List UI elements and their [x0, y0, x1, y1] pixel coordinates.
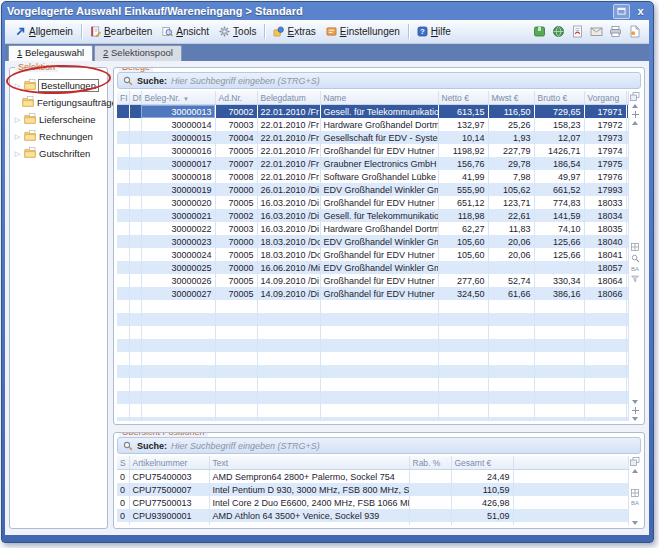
cell-fi[interactable] [117, 235, 129, 248]
cell-name[interactable] [320, 417, 438, 421]
cell-adnr[interactable] [215, 365, 257, 378]
col-header-name[interactable]: Name [320, 91, 438, 105]
cell-name[interactable] [320, 352, 438, 365]
cell-gesamt[interactable]: 426,98 [451, 496, 513, 509]
cell-belegnr[interactable]: 30000021 [141, 209, 215, 222]
cell-fi[interactable] [117, 222, 129, 235]
cell-adnr[interactable]: 70005 [215, 274, 257, 287]
table-row[interactable] [117, 352, 629, 365]
table-row[interactable]: 30000027 70005 14.09.2010 /Di Großhandel… [117, 287, 629, 300]
cell-belegdatum[interactable] [257, 404, 320, 417]
cell-belegnr[interactable]: 30000020 [141, 196, 215, 209]
cell-vorgang[interactable]: 18040 [584, 235, 626, 248]
cell-name[interactable] [320, 300, 438, 313]
cell-brutto[interactable]: 125,66 [534, 235, 584, 248]
table-row[interactable]: 30000021 70002 16.03.2010 /Di Gesell. fü… [117, 209, 629, 222]
tree-item-lieferscheine[interactable]: ▷ Lieferscheine [13, 111, 105, 128]
move-handle-icon[interactable] [632, 111, 639, 118]
cell-brutto[interactable]: 386,16 [534, 287, 584, 300]
cell-fi[interactable] [117, 365, 129, 378]
cell-dr[interactable] [129, 326, 141, 339]
cell-gesamt[interactable]: 24,49 [451, 470, 513, 484]
cell-rab[interactable] [409, 483, 451, 496]
cell-mwst[interactable]: 105,62 [488, 183, 534, 196]
cell-mwst[interactable] [488, 326, 534, 339]
cell-text[interactable]: Intel Core 2 Duo E6600, 2400 MHz, FSB 10… [209, 496, 409, 509]
zoom-icon[interactable] [631, 254, 640, 263]
cell-belegnr[interactable]: 30000019 [141, 183, 215, 196]
close-window-button[interactable]: x [633, 5, 648, 18]
cell-gesamt[interactable] [451, 522, 513, 525]
cell-name[interactable]: Großhandel für EDV Hutner [320, 274, 438, 287]
table-row[interactable]: 30000014 70003 22.01.2010 /Fr Hardware G… [117, 118, 629, 131]
cell-mwst[interactable]: 227,79 [488, 144, 534, 157]
cell-gesamt[interactable]: 51,09 [451, 509, 513, 522]
cell-fi[interactable] [117, 391, 129, 404]
cell-brutto[interactable]: 49,97 [534, 170, 584, 183]
cell-fi[interactable] [117, 261, 129, 274]
col-header-netto[interactable]: Netto € [438, 91, 488, 105]
cell-belegdatum[interactable]: 14.09.2010 /Di [257, 287, 320, 300]
cell-name[interactable]: Gesellschaft für EDV - Systeme [320, 131, 438, 144]
cell-dr[interactable] [129, 300, 141, 313]
cell-netto[interactable] [438, 339, 488, 352]
cell-mwst[interactable] [488, 261, 534, 274]
ba-badge[interactable]: BA [631, 500, 639, 506]
cell-brutto[interactable] [534, 326, 584, 339]
grid-view-icon[interactable] [631, 243, 639, 251]
cell-brutto[interactable] [534, 391, 584, 404]
cell-mwst[interactable]: 11,83 [488, 222, 534, 235]
printer-icon[interactable] [609, 25, 622, 38]
cell-fi[interactable] [117, 378, 129, 391]
cell-name[interactable]: Großhandel für EDV Hutner [320, 196, 438, 209]
cell-netto[interactable] [438, 326, 488, 339]
cell-vorgang[interactable]: 17993 [584, 183, 626, 196]
cell-filler[interactable] [513, 496, 629, 509]
table-row[interactable]: 30000016 70005 22.01.2010 /Fr Großhandel… [117, 144, 629, 157]
table-row[interactable]: 30000015 70004 22.01.2010 /Fr Gesellscha… [117, 131, 629, 144]
menu-ansicht[interactable]: Ansicht [157, 24, 214, 39]
cell-brutto[interactable] [534, 417, 584, 421]
cell-belegdatum[interactable] [257, 417, 320, 421]
cell-belegdatum[interactable] [257, 391, 320, 404]
cell-vorgang[interactable]: 17973 [584, 131, 626, 144]
cell-vorgang[interactable] [584, 352, 626, 365]
cell-vorgang[interactable] [584, 404, 626, 417]
cell-brutto[interactable] [534, 365, 584, 378]
cell-dr[interactable] [129, 196, 141, 209]
cell-belegdatum[interactable]: 22.01.2010 /Fr [257, 118, 320, 131]
cell-dr[interactable] [129, 261, 141, 274]
cell-belegnr[interactable]: 30000016 [141, 144, 215, 157]
cell-name[interactable]: EDV Großhandel Winkler GmbH [320, 183, 438, 196]
cell-adnr[interactable] [215, 404, 257, 417]
cell-fi[interactable] [117, 196, 129, 209]
table-row[interactable] [117, 378, 629, 391]
table-row[interactable]: 30000018 70008 22.01.2010 /Fr Software G… [117, 170, 629, 183]
tree-item-bestellungen[interactable]: ▷ Bestellungen [13, 77, 105, 94]
scroll-bottom-icon[interactable] [632, 417, 638, 421]
cell-artikelnummer[interactable]: CPU75400003 [129, 470, 209, 484]
cell-belegdatum[interactable] [257, 313, 320, 326]
cell-mwst[interactable] [488, 365, 534, 378]
restore-window-button[interactable] [613, 4, 630, 19]
cell-vorgang[interactable]: 18033 [584, 196, 626, 209]
cell-adnr[interactable]: 70003 [215, 118, 257, 131]
move-handle-icon[interactable] [632, 407, 639, 414]
cell-belegdatum[interactable] [257, 339, 320, 352]
cell-dr[interactable] [129, 118, 141, 131]
cell-netto[interactable]: 10,14 [438, 131, 488, 144]
cell-name[interactable] [320, 365, 438, 378]
cell-netto[interactable] [438, 391, 488, 404]
cell-belegnr[interactable] [141, 391, 215, 404]
cell-dr[interactable] [129, 313, 141, 326]
cell-belegnr[interactable]: 30000017 [141, 157, 215, 170]
table-row[interactable] [117, 326, 629, 339]
cell-brutto[interactable] [534, 339, 584, 352]
cell-mwst[interactable]: 116,50 [488, 105, 534, 119]
cell-mwst[interactable] [488, 404, 534, 417]
cell-artikelnummer[interactable]: CPU93900001 [129, 509, 209, 522]
cell-name[interactable]: Gesell. für Telekommunikation [320, 105, 438, 119]
cell-dr[interactable] [129, 170, 141, 183]
cell-fi[interactable] [117, 274, 129, 287]
col-header-mwst[interactable]: Mwst € [488, 91, 534, 105]
